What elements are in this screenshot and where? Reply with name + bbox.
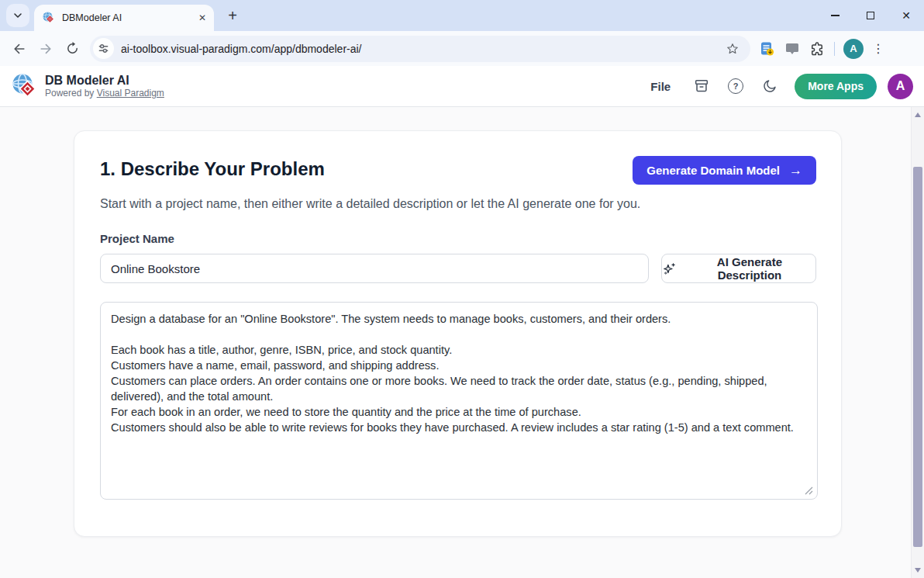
scrollbar-up-button[interactable] xyxy=(912,109,924,121)
visual-paradigm-logo-icon xyxy=(11,72,39,100)
chevron-down-icon xyxy=(12,10,23,21)
star-icon xyxy=(726,42,740,56)
forward-button[interactable] xyxy=(33,36,59,62)
triangle-down-icon xyxy=(915,568,921,573)
tune-icon xyxy=(98,43,109,54)
new-tab-button[interactable]: + xyxy=(222,5,243,26)
side-panel-extension-button[interactable] xyxy=(780,36,805,61)
question-icon: ? xyxy=(728,78,743,94)
arrow-right-icon: → xyxy=(789,163,802,178)
project-name-label: Project Name xyxy=(100,232,816,246)
address-bar[interactable]: ai-toolbox.visual-paradigm.com/app/dbmod… xyxy=(90,36,750,62)
visual-paradigm-link[interactable]: Visual Paradigm xyxy=(97,88,164,99)
browser-menu-button[interactable]: ⋮ xyxy=(867,38,889,60)
scrollbar-down-button[interactable] xyxy=(912,564,924,576)
app-user-avatar[interactable]: A xyxy=(888,74,913,99)
browser-profile-avatar[interactable]: A xyxy=(843,39,864,59)
sparkles-icon xyxy=(662,261,677,276)
tab-search-button[interactable] xyxy=(6,4,29,27)
window-close-button[interactable]: ✕ xyxy=(888,0,924,31)
moon-icon xyxy=(762,78,777,94)
window-maximize-button[interactable] xyxy=(853,0,888,31)
project-name-input[interactable] xyxy=(100,254,649,283)
archive-box-icon xyxy=(693,78,710,95)
refresh-button[interactable] xyxy=(59,36,85,62)
maximize-icon xyxy=(867,12,874,19)
visual-paradigm-favicon-icon xyxy=(42,11,56,25)
powered-by: Powered by Visual Paradigm xyxy=(45,88,164,99)
help-button[interactable]: ? xyxy=(722,72,750,100)
reading-list-extension-button[interactable] xyxy=(755,36,780,61)
app-header: DB Modeler AI Powered by Visual Paradigm… xyxy=(0,66,924,107)
browser-toolbar: ai-toolbox.visual-paradigm.com/app/dbmod… xyxy=(0,31,924,66)
more-apps-button[interactable]: More Apps xyxy=(795,74,877,99)
dark-mode-toggle[interactable] xyxy=(756,72,784,100)
window-minimize-button[interactable] xyxy=(817,0,853,31)
app-title: DB Modeler AI xyxy=(45,74,164,88)
page-subtitle: Start with a project name, then either w… xyxy=(100,194,646,213)
bookmark-star-button[interactable] xyxy=(722,39,743,59)
generate-button-label: Generate Domain Model xyxy=(646,164,780,177)
generate-domain-model-button[interactable]: Generate Domain Model → xyxy=(633,156,816,185)
puzzle-icon xyxy=(809,41,825,57)
ai-generate-description-button[interactable]: AI Generate Description xyxy=(661,254,816,283)
page-title: 1. Describe Your Problem xyxy=(100,157,325,181)
tab-title: DBModeler AI xyxy=(62,12,195,23)
extensions-button[interactable] xyxy=(805,36,829,61)
ai-generate-label: AI Generate Description xyxy=(684,255,815,282)
window-controls: ✕ xyxy=(817,0,924,31)
file-menu[interactable]: File xyxy=(640,75,681,98)
close-icon: ✕ xyxy=(902,9,911,22)
app-header-actions: File ? More Apps A xyxy=(640,72,913,100)
url-text[interactable]: ai-toolbox.visual-paradigm.com/app/dbmod… xyxy=(121,43,722,55)
problem-description-textarea[interactable]: Design a database for an "Online Booksto… xyxy=(100,302,818,500)
back-button[interactable] xyxy=(6,36,33,62)
document-download-icon xyxy=(759,40,776,57)
app-title-block: DB Modeler AI Powered by Visual Paradigm xyxy=(45,74,164,99)
tab-close-icon[interactable]: ✕ xyxy=(195,11,209,25)
projects-button[interactable] xyxy=(688,72,715,100)
card-top-row: 1. Describe Your Problem Generate Domain… xyxy=(100,157,816,185)
site-settings-button[interactable] xyxy=(93,38,114,59)
description-area: Design a database for an "Online Booksto… xyxy=(100,302,816,500)
chat-bubble-icon xyxy=(785,42,799,56)
project-name-row: AI Generate Description xyxy=(100,254,816,283)
forward-arrow-icon xyxy=(38,41,53,57)
page-scrollbar[interactable] xyxy=(911,107,924,578)
minimize-icon xyxy=(831,15,840,16)
describe-problem-card: 1. Describe Your Problem Generate Domain… xyxy=(74,130,842,537)
scrollbar-thumb[interactable] xyxy=(913,167,922,547)
browser-tabstrip: DBModeler AI ✕ + ✕ xyxy=(0,0,924,31)
triangle-up-icon xyxy=(915,112,921,117)
browser-tab-active[interactable]: DBModeler AI ✕ xyxy=(34,5,214,31)
refresh-icon xyxy=(65,41,80,56)
back-arrow-icon xyxy=(12,41,27,57)
page-content: 1. Describe Your Problem Generate Domain… xyxy=(0,107,924,578)
toolbar-separator xyxy=(834,42,835,56)
